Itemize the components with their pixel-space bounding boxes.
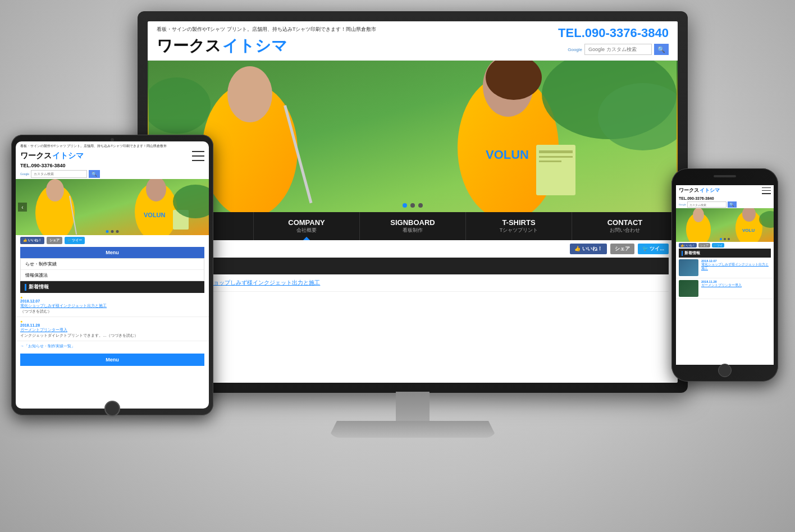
phone-hero: VOLU: [676, 208, 774, 242]
phone-home-button[interactable]: [718, 364, 732, 377]
tablet-news-title: 新着情報: [29, 283, 49, 291]
tablet-search: Google 🔍: [16, 169, 209, 179]
scene: 看板・サインの製作やTシャツ プリント。店舗用、持ち込みTシャツ印刷できます！岡…: [0, 0, 795, 532]
monitor-logo-part1: ワークス: [157, 35, 221, 57]
phone-tweet-btn[interactable]: 🐦ツイ: [712, 243, 724, 247]
monitor-social-bar: 👍 いいね！ シェア 🐦 ツイ...: [148, 240, 678, 258]
phone-tel: TEL.090-3376-3840: [676, 196, 774, 201]
phone-dot-1[interactable]: [720, 238, 722, 240]
tablet-menu-label: Menu: [106, 250, 119, 255]
tablet-tweet-btn[interactable]: 🐦 ツイー: [65, 237, 85, 244]
phone-screen: ワークス イトシマ TEL.090-3376-3840 Google 🔍: [676, 185, 774, 365]
tablet-dot-2[interactable]: [111, 230, 114, 233]
tablet-bottom-menu-button[interactable]: Menu: [20, 354, 204, 366]
phone-speaker: [714, 175, 736, 177]
phone-menu-line-3: [762, 193, 771, 194]
nav-contact-en: CONTACT: [607, 218, 643, 227]
svg-rect-9: [539, 150, 573, 153]
tablet-hero: VOLUN ‹: [16, 179, 209, 235]
monitor-news-header: 新着情報: [157, 258, 669, 274]
tablet-tel: TEL.090-3376-3840: [16, 162, 209, 169]
svg-point-28: [693, 208, 704, 222]
tablet-home-button[interactable]: [104, 401, 120, 416]
social-like-btn[interactable]: 👍 いいね！: [570, 244, 607, 254]
tablet-menu-icon[interactable]: [192, 151, 204, 161]
tablet-camera: [111, 138, 114, 141]
tablet-news-desc-2: インクジェットダイレクトプリントできます。…（つづきを読む）: [20, 333, 204, 338]
tablet-news-title-1[interactable]: 電化ショップしみず様インクジェット出力と施工: [20, 303, 204, 309]
phone-news-item-1: 2018.12.07 電化ショップしみず様インクジェット出力と施工: [676, 258, 774, 278]
tablet-bottom-menu-label: Menu: [106, 357, 119, 363]
social-share-btn[interactable]: シェア: [610, 244, 634, 254]
monitor-search-button[interactable]: 🔍: [654, 44, 669, 55]
nav-company-jp: 会社概要: [296, 227, 317, 234]
monitor-nav-company[interactable]: COMPANY 会社概要: [254, 212, 360, 240]
monitor-news-item-1: ● 2018.12.07 電化ショップしみず様インクジェット出力と施工: [157, 274, 669, 292]
monitor-nav-signboard[interactable]: SIGNBOARD 看板制作: [360, 212, 466, 240]
social-tweet-btn[interactable]: 🐦 ツイ...: [638, 244, 669, 254]
phone-menu-icon[interactable]: [762, 187, 771, 194]
nav-contact-jp: お問い合わせ: [610, 227, 640, 234]
phone-news-thumb-2: [679, 280, 698, 297]
tablet-header: ワークス イトシマ: [16, 150, 209, 162]
tablet-dot-1[interactable]: [106, 230, 109, 233]
phone: ワークス イトシマ TEL.090-3376-3840 Google 🔍: [671, 168, 778, 382]
svg-text:VOLUN: VOLUN: [486, 148, 529, 162]
phone-news-title-1[interactable]: 電化ショップしみず様インクジェット出力と施工: [701, 263, 771, 270]
hero-dot-3[interactable]: [418, 203, 423, 208]
phone-news-title-2[interactable]: ガーメントプリンター導入: [701, 283, 742, 287]
tablet-menu-item-1[interactable]: らせ・制作実績: [21, 259, 204, 270]
monitor: 看板・サインの製作やTシャツ プリント。店舗用、持ち込みTシャツ印刷できます！岡…: [138, 11, 688, 449]
phone-menu-line-1: [762, 187, 771, 189]
phone-hero-image: VOLU: [676, 208, 774, 242]
tablet-hero-image: VOLUN: [16, 179, 209, 235]
nav-tshirts-en: T-SHIRTS: [502, 218, 535, 227]
tablet-news-date-2: 2018.11.28: [20, 323, 204, 327]
phone-search-input[interactable]: [687, 201, 727, 208]
monitor-news-section: 新着情報 ● 2018.12.07 電化ショップしみず様インクジェット出力と施工: [148, 258, 678, 292]
phone-logo-part1: ワークス: [679, 187, 699, 194]
tablet-like-btn[interactable]: 👍 いいね！: [20, 237, 44, 244]
nav-signboard-en: SIGNBOARD: [390, 218, 435, 227]
tablet-share-btn[interactable]: シェア: [47, 237, 62, 244]
phone-news-header: 新着情報: [679, 249, 771, 258]
svg-rect-10: [539, 156, 573, 158]
nav-company-en: COMPANY: [288, 218, 325, 227]
phone-dot-3[interactable]: [728, 238, 730, 240]
tablet-news-title-2[interactable]: ガーメントプリンター導入: [20, 327, 204, 333]
monitor-nav-tshirts[interactable]: T-SHIRTS Tシャツプリント: [466, 212, 572, 240]
tablet-menu-button[interactable]: Menu: [20, 247, 204, 258]
tablet-logo-part1: ワークス: [20, 151, 52, 161]
phone-search: Google 🔍: [676, 201, 774, 208]
tablet-news-date-1: 2018.12.07: [20, 299, 204, 303]
tablet-search-button[interactable]: 🔍: [89, 170, 100, 178]
tablet-prev-button[interactable]: ‹: [18, 203, 27, 212]
tablet: 看板・サインの製作やTシャツ プリント。店舗用、持ち込みTシャツ印刷できます！岡…: [11, 135, 213, 415]
tablet-menu-item-2[interactable]: 情報保護法: [21, 270, 204, 281]
news-title-1[interactable]: 電化ショップしみず様インクジェット出力と施工: [197, 279, 320, 286]
menu-line-3: [192, 160, 204, 161]
phone-share-btn[interactable]: シェア: [698, 243, 710, 247]
monitor-nav: ME ページ COMPANY 会社概要 SIGNBOARD 看板制作 T-S: [148, 212, 678, 240]
tablet-news-header: 新着情報: [20, 281, 204, 293]
phone-dot-2[interactable]: [724, 238, 726, 240]
svg-rect-11: [539, 160, 561, 162]
tablet-hero-dots: [106, 230, 119, 233]
phone-social: 👍いいね！ シェア 🐦ツイ: [676, 242, 774, 249]
hero-dot-2[interactable]: [410, 203, 415, 208]
phone-like-btn[interactable]: 👍いいね！: [679, 243, 697, 247]
monitor-nav-contact[interactable]: CONTACT お問い合わせ: [572, 212, 678, 240]
tablet-dot-3[interactable]: [116, 230, 119, 233]
hero-dot-1[interactable]: [403, 203, 407, 208]
monitor-search-input[interactable]: [584, 44, 652, 55]
nav-signboard-jp: 看板制作: [403, 227, 423, 234]
tablet-frame: 看板・サインの製作やTシャツ プリント。店舗用、持ち込みTシャツ印刷できます！岡…: [11, 135, 213, 415]
monitor-stand-neck: [396, 392, 430, 425]
tablet-search-input[interactable]: [31, 170, 87, 178]
svg-text:VOLU: VOLU: [742, 228, 755, 233]
monitor-logo-part2: イトシマ: [222, 35, 287, 57]
phone-search-button[interactable]: 🔍: [728, 201, 737, 208]
tablet-news-desc-1: （つづきを読む）: [20, 309, 204, 314]
monitor-screen: 看板・サインの製作やTシャツ プリント。店舗用、持ち込みTシャツ印刷できます！岡…: [148, 21, 678, 383]
tablet-more-link[interactable]: →「お知らせ・制作実績一覧」: [16, 341, 209, 351]
